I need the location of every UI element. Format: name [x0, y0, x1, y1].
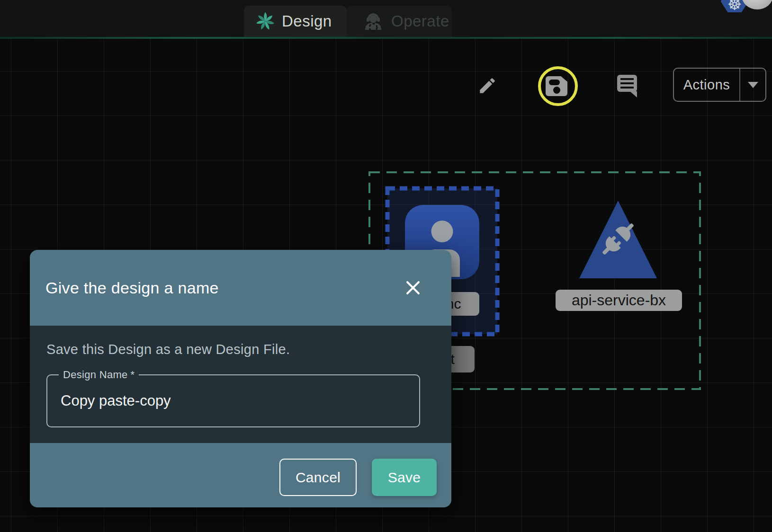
- comment-tail: [630, 91, 637, 98]
- api-service-node[interactable]: [579, 201, 657, 278]
- tab-design-label: Design: [282, 12, 332, 30]
- meshery-logo-icon: [256, 12, 274, 30]
- modal-description: Save this Design as a new Design File.: [46, 342, 290, 357]
- cancel-button[interactable]: Cancel: [279, 459, 357, 496]
- actions-split-button[interactable]: Actions: [673, 68, 766, 102]
- modal-title: Give the design a name: [45, 279, 219, 297]
- save-design-modal: Give the design a name Save this Design …: [30, 250, 451, 507]
- design-name-field: Design Name*: [46, 374, 420, 427]
- actions-dropdown-button[interactable]: [740, 82, 765, 88]
- modal-body: Save this Design as a new Design File. D…: [30, 326, 451, 443]
- floppy-slot: [549, 80, 560, 85]
- save-design-icon[interactable]: [546, 76, 567, 96]
- modal-header: Give the design a name: [30, 250, 451, 326]
- tab-design[interactable]: Design: [244, 6, 347, 37]
- save-button[interactable]: Save: [372, 459, 437, 496]
- edit-icon[interactable]: [477, 76, 497, 96]
- api-service-node-label: api-service-bx: [556, 290, 682, 311]
- navbar-green-divider: [0, 37, 772, 39]
- actions-button-label[interactable]: Actions: [674, 77, 739, 93]
- tab-operate[interactable]: Operate: [347, 6, 452, 37]
- avatar[interactable]: [742, 0, 772, 9]
- design-name-input[interactable]: [47, 375, 419, 426]
- operator-headset-icon: [363, 11, 384, 32]
- modal-footer: Cancel Save: [30, 443, 451, 507]
- comment-lines: [620, 78, 634, 89]
- comment-icon[interactable]: [617, 75, 637, 92]
- tab-operate-label: Operate: [391, 12, 449, 30]
- chevron-down-icon: [748, 82, 758, 88]
- top-navbar: Design Operate ☸: [0, 0, 772, 37]
- close-icon[interactable]: [404, 279, 422, 297]
- floppy-hub: [553, 87, 560, 94]
